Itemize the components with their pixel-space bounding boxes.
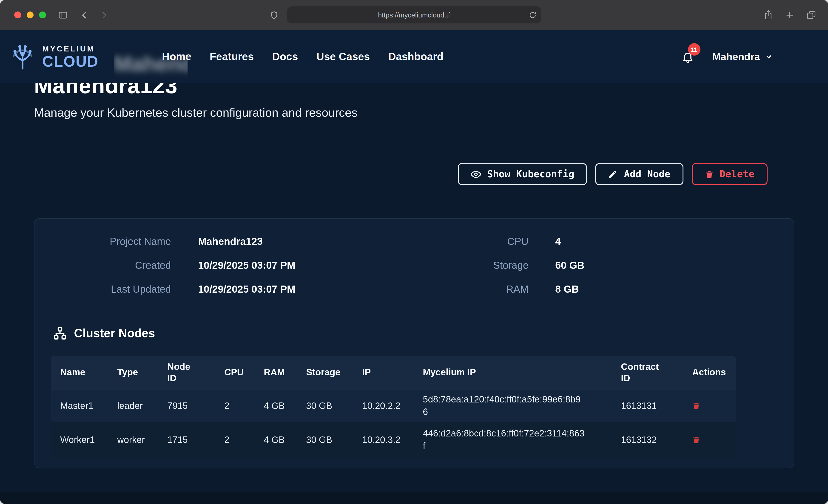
info-label: CPU [455,236,529,248]
cell-cpu: 2 [215,422,255,458]
back-icon[interactable] [80,10,89,19]
zoom-window-button[interactable] [39,11,46,18]
col-actions: Actions [683,355,736,390]
cell-contract-id: 1613132 [612,422,683,458]
delete-cluster-button[interactable]: Delete [692,163,767,185]
trash-icon [704,169,713,179]
cluster-nodes-header: Cluster Nodes [53,326,775,340]
info-value: Mahendra123 [198,236,455,248]
info-label: Created [53,260,171,271]
info-row: Project Name Mahendra123 CPU 4 [53,235,775,249]
cell-ip: 10.20.2.2 [353,390,414,422]
user-name: Mahendra [712,51,760,63]
col-name: Name [51,355,108,390]
privacy-shield-icon[interactable] [270,10,279,19]
cell-storage: 30 GB [297,390,353,422]
info-row: Created 10/29/2025 03:07 PM Storage 60 G… [53,259,775,272]
nav-item-home[interactable]: Home [162,50,192,63]
cell-name: Master1 [51,390,108,422]
cell-ram: 4 GB [255,422,297,458]
page-subtitle: Manage your Kubernetes cluster configura… [34,106,794,120]
sidebar-toggle-icon[interactable] [58,10,68,20]
cell-actions [683,390,736,422]
col-cpu: CPU [215,355,255,390]
col-storage: Storage [297,355,353,390]
cell-storage: 30 GB [297,422,353,458]
brand-text: MYCELIUM CLOUD [42,45,98,69]
minimize-window-button[interactable] [27,11,34,18]
chevron-down-icon [764,52,773,61]
info-value: 8 GB [555,284,775,295]
delete-node-button[interactable] [692,401,700,410]
trash-icon [692,401,700,410]
col-contract-id: Contract ID [612,355,683,390]
eye-icon [471,169,481,179]
cell-ip: 10.20.3.2 [353,422,414,458]
cluster-actions: Show Kubeconfig Add Node Delete [34,163,794,185]
chrome-right-controls [763,10,816,20]
info-value: 10/29/2025 03:07 PM [198,284,455,295]
hierarchy-icon [53,326,67,340]
show-kubeconfig-button[interactable]: Show Kubeconfig [458,163,587,185]
cell-contract-id: 1613131 [612,390,683,422]
pencil-icon [608,169,618,179]
trash-icon [692,435,700,444]
cluster-details-card: Project Name Mahendra123 CPU 4 Created 1… [34,218,794,468]
info-value: 10/29/2025 03:07 PM [198,260,455,271]
brand-line2: CLOUD [42,53,98,69]
nav-right: 11 Mahendra [681,50,773,63]
table-row: Master1 leader 7915 2 4 GB 30 GB 10.20.2… [51,390,736,422]
nav-links: Home Features Docs Use Cases Dashboard [162,50,444,63]
cell-node-id: 7915 [158,390,215,422]
notifications-button[interactable]: 11 [681,50,694,63]
traffic-lights [14,11,46,18]
nav-item-use-cases[interactable]: Use Cases [317,50,370,63]
cell-node-id: 1715 [158,422,215,458]
nav-item-dashboard[interactable]: Dashboard [388,50,443,63]
cell-name: Worker1 [51,422,108,458]
info-value: 4 [555,236,775,248]
brand-line1: MYCELIUM [42,45,98,53]
info-value: 60 GB [555,260,775,271]
page-footer [0,492,828,504]
cell-type: worker [108,422,158,458]
reload-icon[interactable] [529,11,537,19]
user-menu[interactable]: Mahendra [712,51,773,63]
tab-overview-icon[interactable] [806,10,816,20]
main-content: Mahendra123 Manage your Kubernetes clust… [0,73,828,468]
notification-badge: 11 [688,43,700,55]
site-navbar: Mahendra123 [0,30,828,83]
address-bar[interactable]: https://myceliumcloud.tf [287,6,541,24]
table-row: Worker1 worker 1715 2 4 GB 30 GB 10.20.3… [51,422,736,458]
add-node-button[interactable]: Add Node [595,163,683,185]
info-label: Project Name [53,236,171,248]
brand-logo[interactable]: MYCELIUM CLOUD [8,42,98,71]
cluster-nodes-title: Cluster Nodes [74,326,155,340]
stage: https://myceliumcloud.tf Mahendra123 [0,0,828,504]
info-label: RAM [455,284,529,295]
cell-mycelium-ip: 5d8:78ea:a120:f40c:ff0f:a5fe:99e6:8b96 [414,390,612,422]
cell-actions [683,422,736,458]
browser-window: https://myceliumcloud.tf Mahendra123 [0,0,828,504]
table-header-row: Name Type Node ID CPU RAM Storage IP Myc… [51,355,736,390]
delete-node-button[interactable] [692,435,700,444]
share-icon[interactable] [763,10,773,20]
browser-chrome: https://myceliumcloud.tf [0,0,828,30]
new-tab-icon[interactable] [785,10,794,19]
forward-icon[interactable] [99,10,109,19]
info-row: Last Updated 10/29/2025 03:07 PM RAM 8 G… [53,283,775,296]
cell-ram: 4 GB [255,390,297,422]
nodes-table: Name Type Node ID CPU RAM Storage IP Myc… [51,355,736,458]
col-ram: RAM [255,355,297,390]
nav-item-docs[interactable]: Docs [272,50,298,63]
col-ip: IP [353,355,414,390]
col-type: Type [108,355,158,390]
cell-type: leader [108,390,158,422]
close-window-button[interactable] [14,11,21,18]
cell-mycelium-ip: 446:d2a6:8bcd:8c16:ff0f:72e2:3114:863f [414,422,612,458]
cell-cpu: 2 [215,390,255,422]
url-text: https://myceliumcloud.tf [378,11,450,19]
col-mycelium-ip: Mycelium IP [414,355,612,390]
nav-item-features[interactable]: Features [210,50,254,63]
col-node-id: Node ID [158,355,215,390]
